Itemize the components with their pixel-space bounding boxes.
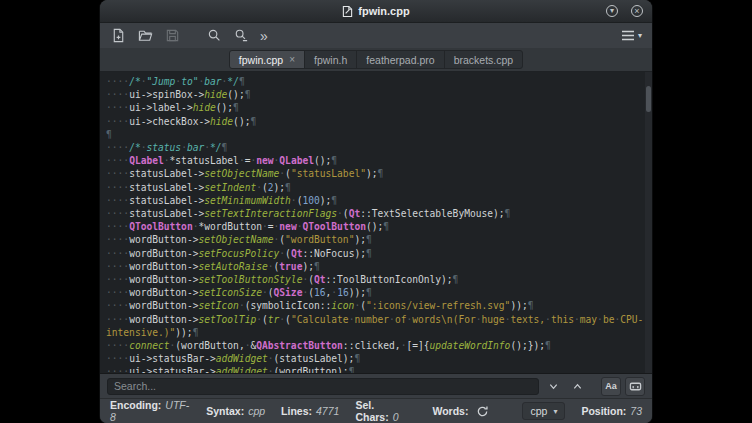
code-line[interactable]: ····wordButton->setToolButtonStyle·(Qt::… [106,273,642,286]
encoding-label: Encoding: [110,399,161,411]
toolbar: » ▾ [100,23,652,48]
position-value: 73 [630,405,642,417]
text-editor[interactable]: ····/*·"Jump·to"·bar·*/¶····ui->spinBox-… [100,72,652,373]
code-line[interactable]: ····wordButton->setObjectName·("wordButt… [106,233,642,246]
chevron-down-icon [548,381,559,392]
tab-label: featherpad.pro [366,54,434,66]
vertical-scrollbar[interactable] [645,72,652,373]
minimize-button[interactable]: ▾ [606,5,618,17]
search-input[interactable] [107,378,539,395]
code-line[interactable]: ····wordButton->setIcon·(symbolicIcon::i… [106,299,642,312]
code-line[interactable]: ····QToolButton·*wordButton·=·new·QToolB… [106,220,642,233]
search-previous-button[interactable] [567,377,587,396]
syntax-combo-box[interactable]: cpp ▾ [522,402,565,420]
code-line[interactable]: ····statusLabel->setMinimumWidth·(100);¶ [106,194,642,207]
selected-chars-label: Sel. Chars: [355,399,388,423]
new-file-button[interactable] [108,26,128,46]
syntax-value: cpp [248,405,265,417]
close-button[interactable]: × [631,5,643,17]
title-bar[interactable]: fpwin.cpp ▾ × [100,0,652,23]
lines-field: Lines:4771 [281,405,339,417]
menu-button[interactable]: ▾ [619,30,644,41]
word-count-refresh-button[interactable] [474,403,490,420]
search-bar: Aa [100,373,652,398]
position-label: Position: [581,405,626,417]
open-folder-icon [138,28,153,43]
menu-caret-icon: ▾ [638,31,642,40]
match-case-icon: Aa [605,381,617,391]
search-next-button[interactable] [543,377,563,396]
code-line[interactable]: ····connect·(wordButton,·&QAbstractButto… [106,339,642,352]
code-line[interactable]: ····statusLabel->setTextInteractionFlags… [106,207,642,220]
code-line[interactable]: ····ui->checkBox->hide();¶ [106,115,642,128]
encoding-field: Encoding:UTF-8 [110,399,190,423]
new-file-icon [111,28,126,43]
whole-word-icon [629,380,642,393]
tab-label: fpwin.cpp [239,54,283,66]
code-line[interactable]: ····/*·status·bar·*/¶ [106,141,642,154]
code-line[interactable]: ····/*·"Jump·to"·bar·*/¶ [106,75,642,88]
app-file-icon [342,5,353,18]
code-line[interactable]: ····ui->spinBox->hide();¶ [106,88,642,101]
code-line[interactable]: ····wordButton->setAutoRaise·(true);¶ [106,260,642,273]
refresh-icon [476,405,489,418]
syntax-field: Syntax:cpp [206,405,265,417]
code-line[interactable]: ¶ [106,128,642,141]
code-line[interactable]: ····statusLabel->setObjectName·("statusL… [106,167,642,180]
tab-fpwin.cpp[interactable]: fpwin.cpp× [229,50,305,69]
tab-strip: fpwin.cpp×fpwin.hfeatherpad.probrackets.… [229,50,523,69]
search-button[interactable] [204,26,224,46]
selected-chars-value: 0 [393,411,399,423]
chevron-up-icon [572,381,583,392]
code-line[interactable]: ····wordButton->setIconSize·(QSize·(16,·… [106,286,642,299]
match-case-button[interactable]: Aa [601,377,621,396]
combo-caret-icon: ▾ [553,407,557,416]
replace-button[interactable] [231,26,251,46]
status-bar: Encoding:UTF-8 Syntax:cpp Lines:4771 Sel… [100,398,652,423]
code-line[interactable]: ····statusLabel->setIndent·(2);¶ [106,181,642,194]
syntax-combo-value: cpp [530,405,547,417]
tab-bar: fpwin.cpp×fpwin.hfeatherpad.probrackets.… [100,48,652,72]
lines-value: 4771 [316,405,339,417]
replace-icon [234,28,249,43]
code-line[interactable]: intensive.)"));¶ [106,326,642,339]
open-file-button[interactable] [135,26,155,46]
window-controls: ▾ × [606,0,643,22]
toolbar-overflow-button[interactable]: » [258,29,270,43]
search-icon [207,28,222,43]
words-field: Words: [432,405,468,417]
featherpad-window: fpwin.cpp ▾ × [100,0,652,423]
code-area: ····/*·"Jump·to"·bar·*/¶····ui->spinBox-… [106,75,642,373]
window-title: fpwin.cpp [342,5,409,18]
save-icon [165,28,180,43]
code-line[interactable]: ····ui->statusBar->addWidget·(wordButton… [106,365,642,373]
code-line[interactable]: ····ui->statusBar->addWidget·(statusLabe… [106,352,642,365]
code-line[interactable]: ····ui->label->hide();¶ [106,101,642,114]
scrollbar-handle[interactable] [646,86,651,112]
window-title-text: fpwin.cpp [358,5,409,17]
tab-close-icon[interactable]: × [289,55,295,65]
whole-word-button[interactable] [625,377,645,396]
tab-label: brackets.cpp [454,54,514,66]
tab-label: fpwin.h [314,54,347,66]
tab-featherpad.pro[interactable]: featherpad.pro [356,50,444,69]
words-label: Words: [432,405,468,417]
selected-chars-field: Sel. Chars:0 [355,399,416,423]
code-line[interactable]: ····QLabel·*statusLabel·=·new·QLabel();¶ [106,154,642,167]
code-line[interactable]: ····wordButton->setToolTip·(tr·("Calcula… [106,313,642,326]
lines-label: Lines: [281,405,312,417]
save-file-button [162,26,182,46]
position-field: Position:73 [581,405,642,417]
code-line[interactable]: ····wordButton->setFocusPolicy·(Qt::NoFo… [106,247,642,260]
tab-fpwin.h[interactable]: fpwin.h [304,50,357,69]
tab-brackets.cpp[interactable]: brackets.cpp [444,50,524,69]
hamburger-icon [621,30,635,41]
syntax-label: Syntax: [206,405,244,417]
